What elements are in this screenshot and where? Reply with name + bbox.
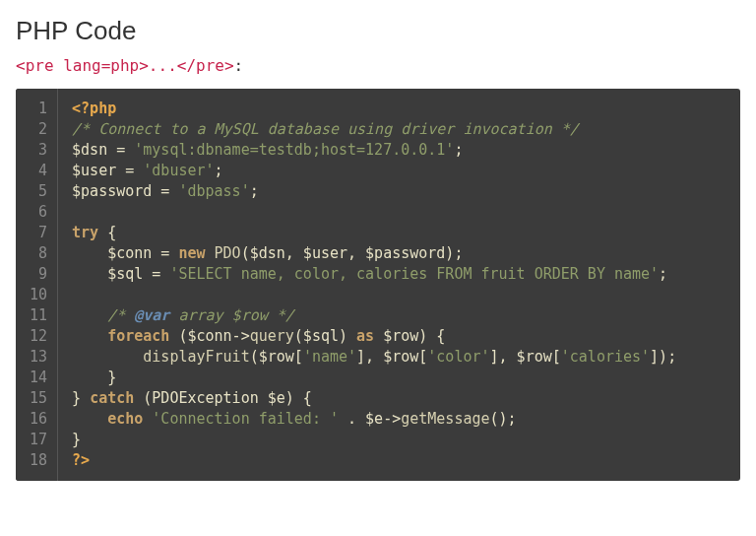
code-line: } catch (PDOException $e) { (72, 388, 726, 409)
code-token: 'name' (303, 348, 356, 366)
code-line (72, 285, 726, 305)
line-number-gutter: 123456789101112131415161718 (16, 89, 58, 481)
line-number: 8 (30, 243, 47, 264)
line-number: 12 (30, 326, 47, 347)
line-number: 14 (30, 368, 47, 388)
code-token: ; (659, 265, 667, 283)
line-number: 7 (30, 223, 47, 243)
code-token: /* Connect to a MySQL database using dri… (72, 120, 579, 138)
code-token: ($row[ (250, 348, 303, 366)
code-line: $user = 'dbuser'; (72, 161, 726, 181)
code-token (72, 410, 107, 428)
code-token: } (72, 431, 81, 448)
code-token: /* (107, 306, 134, 324)
line-number: 4 (30, 161, 47, 181)
code-token: ?> (72, 451, 90, 469)
code-token: ($conn-> (169, 327, 249, 345)
section-heading: PHP Code (16, 16, 740, 46)
code-token: $password = (72, 182, 178, 200)
code-line: displayFruit($row['name'], $row['color']… (72, 347, 726, 368)
code-token: $conn = (72, 244, 178, 262)
code-token: { (98, 224, 116, 241)
code-token: 'color' (427, 348, 489, 366)
code-token: ; (215, 162, 223, 179)
code-line: try { (72, 223, 726, 243)
code-token: ], $row[ (490, 348, 561, 366)
code-token: <?php (72, 100, 116, 117)
code-token: ], $row[ (356, 348, 427, 366)
code-token: catch (90, 389, 134, 407)
code-token: $user = (72, 162, 143, 179)
code-line: ?> (72, 450, 726, 471)
line-number: 17 (30, 430, 47, 450)
line-number: 15 (30, 388, 47, 409)
code-token: (PDOException $e) { (134, 389, 312, 407)
code-token: $dsn = (72, 141, 134, 159)
code-token: (); (490, 410, 517, 428)
code-content: <?php/* Connect to a MySQL database usin… (58, 89, 740, 481)
code-token: new (178, 244, 205, 262)
code-line: /* @var array $row */ (72, 305, 726, 326)
code-token: 'dbuser' (143, 162, 214, 179)
code-block: 123456789101112131415161718 <?php/* Conn… (16, 89, 740, 481)
code-token: as (356, 327, 374, 345)
code-token: ]); (650, 348, 676, 366)
pre-tag-colon: : (234, 56, 244, 75)
code-token (206, 244, 215, 262)
line-number: 13 (30, 347, 47, 368)
code-line: foreach ($conn->query($sql) as $row) { (72, 326, 726, 347)
line-number: 1 (30, 99, 47, 119)
line-number: 6 (30, 202, 47, 223)
pre-tag-snippet: <pre lang=php>...</pre>: (16, 56, 740, 75)
pre-tag-text: <pre lang=php>...</pre> (16, 56, 234, 75)
code-token: ($sql) (294, 327, 356, 345)
code-line (72, 202, 726, 223)
code-token: displayFruit (143, 348, 249, 366)
code-line: $conn = new PDO($dsn, $user, $password); (72, 243, 726, 264)
code-line: <?php (72, 99, 726, 119)
code-token: 'dbpass' (178, 182, 249, 200)
code-token: 'SELECT name, color, calories FROM fruit… (169, 265, 659, 283)
code-token: query (250, 327, 294, 345)
code-line: echo 'Connection failed: ' . $e->getMess… (72, 409, 726, 430)
code-token (143, 410, 152, 428)
code-token: PDO (215, 244, 241, 262)
code-token: ; (454, 141, 463, 159)
line-number: 9 (30, 264, 47, 285)
line-number: 10 (30, 285, 47, 305)
code-token: ; (250, 182, 259, 200)
line-number: 5 (30, 181, 47, 202)
code-line: $password = 'dbpass'; (72, 181, 726, 202)
code-line: } (72, 368, 726, 388)
code-token: $sql = (72, 265, 169, 283)
code-line: $sql = 'SELECT name, color, calories FRO… (72, 264, 726, 285)
code-token: foreach (107, 327, 169, 345)
code-token: 'Connection failed: ' (152, 410, 339, 428)
code-token (72, 327, 107, 345)
line-number: 18 (30, 450, 47, 471)
code-token: 'mysql:dbname=testdb;host=127.0.0.1' (134, 141, 454, 159)
line-number: 16 (30, 409, 47, 430)
code-line: } (72, 430, 726, 450)
line-number: 11 (30, 305, 47, 326)
code-token: array $row */ (169, 306, 293, 324)
code-line: $dsn = 'mysql:dbname=testdb;host=127.0.0… (72, 140, 726, 161)
code-token: $row) { (374, 327, 445, 345)
code-token: . $e-> (339, 410, 401, 428)
code-token: try (72, 224, 98, 241)
code-token: echo (107, 410, 143, 428)
code-token: getMessage (401, 410, 489, 428)
code-token (72, 306, 107, 324)
code-line: /* Connect to a MySQL database using dri… (72, 119, 726, 140)
line-number: 3 (30, 140, 47, 161)
code-token: } (72, 368, 116, 386)
line-number: 2 (30, 119, 47, 140)
code-token: } (72, 389, 90, 407)
code-token: ($dsn, $user, $password); (241, 244, 464, 262)
code-token: @var (134, 306, 169, 324)
code-token: 'calories' (561, 348, 650, 366)
code-token (72, 348, 143, 366)
